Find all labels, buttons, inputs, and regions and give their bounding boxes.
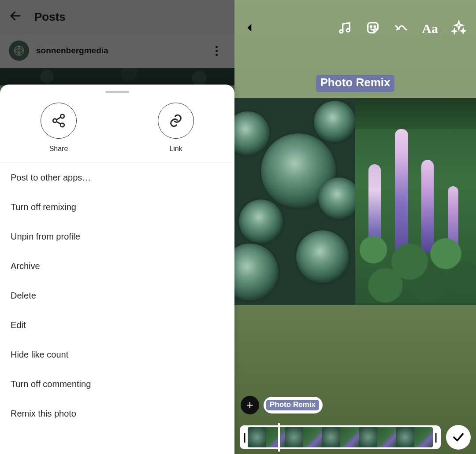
- menu-remix-this-photo[interactable]: Remix this photo: [0, 399, 234, 428]
- photo-remix-tag[interactable]: Photo Remix: [316, 75, 395, 92]
- share-label: Share: [49, 145, 68, 153]
- post-options-sheet: Share Link Post to other apps… Turn off …: [0, 85, 234, 454]
- menu-unpin-profile[interactable]: Unpin from profile: [0, 222, 234, 251]
- menu-turn-off-commenting[interactable]: Turn off commenting: [0, 369, 234, 399]
- menu-delete[interactable]: Delete: [0, 281, 234, 310]
- clip-timeline[interactable]: | |: [240, 425, 441, 449]
- timeline-playhead[interactable]: [278, 423, 280, 452]
- add-clip-button[interactable]: +: [241, 396, 259, 414]
- photo-remix-chip-label: Photo Remix: [266, 400, 319, 410]
- page-title: Posts: [34, 10, 66, 24]
- link-label: Link: [169, 145, 182, 153]
- done-button[interactable]: [446, 425, 471, 450]
- svg-point-9: [371, 26, 372, 27]
- menu-turn-off-remixing[interactable]: Turn off remixing: [0, 192, 234, 222]
- account-row[interactable]: sonnenbergmedia: [0, 33, 234, 68]
- menu-post-other-apps[interactable]: Post to other apps…: [0, 163, 234, 192]
- sticker-icon[interactable]: [365, 20, 380, 37]
- svg-line-5: [56, 117, 61, 120]
- link-action[interactable]: Link: [158, 103, 194, 153]
- more-options-icon[interactable]: [207, 46, 226, 56]
- post-image-preview: [0, 68, 234, 85]
- sparkle-icon[interactable]: [451, 20, 466, 37]
- share-icon: [41, 103, 77, 139]
- remix-preview[interactable]: [234, 98, 476, 305]
- menu-edit[interactable]: Edit: [0, 310, 234, 340]
- text-tool-icon[interactable]: Aa: [422, 21, 438, 36]
- avatar[interactable]: [9, 41, 29, 61]
- share-action[interactable]: Share: [41, 103, 77, 153]
- timeline-trim-right[interactable]: |: [433, 427, 439, 447]
- music-icon[interactable]: [337, 20, 352, 37]
- username-label: sonnenbergmedia: [36, 46, 200, 55]
- link-icon: [158, 103, 194, 139]
- story-editor-toolbar: Aa: [234, 0, 476, 44]
- posts-header: Posts: [0, 0, 234, 33]
- sheet-grabber[interactable]: [105, 91, 129, 93]
- remix-photo-user: [355, 98, 476, 305]
- timeline-thumbnails: [248, 427, 433, 447]
- svg-point-7: [340, 30, 343, 33]
- timeline-trim-left[interactable]: |: [242, 427, 248, 447]
- effects-icon[interactable]: [394, 20, 409, 37]
- photo-remix-chip[interactable]: Photo Remix: [264, 397, 323, 413]
- remix-photo-original: [234, 98, 355, 305]
- svg-point-10: [374, 26, 376, 27]
- menu-hide-like-count[interactable]: Hide like count: [0, 340, 234, 369]
- back-arrow-icon[interactable]: [9, 9, 22, 24]
- svg-line-6: [56, 122, 61, 124]
- svg-point-8: [347, 29, 350, 32]
- options-menu: Post to other apps… Turn off remixing Un…: [0, 163, 234, 454]
- menu-archive[interactable]: Archive: [0, 251, 234, 281]
- svg-point-1: [15, 46, 24, 55]
- back-chevron-icon[interactable]: [244, 22, 256, 35]
